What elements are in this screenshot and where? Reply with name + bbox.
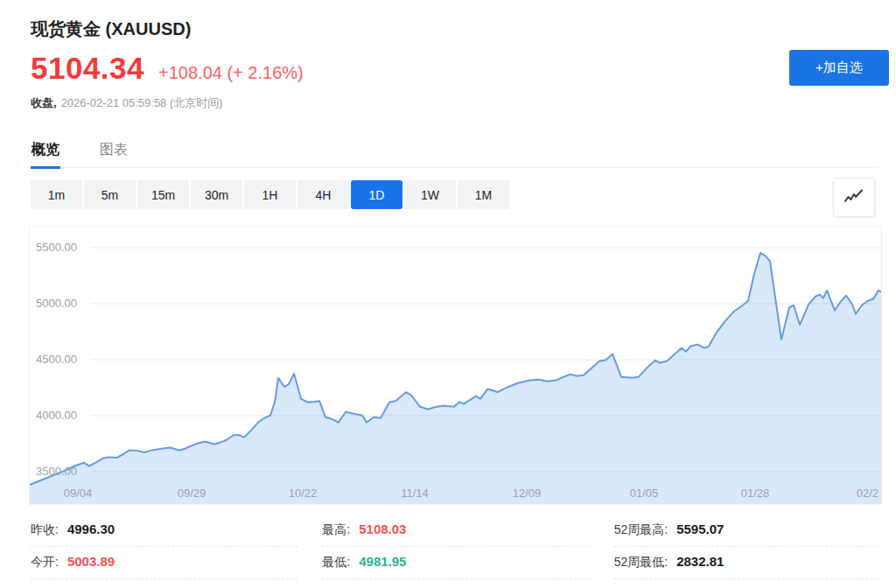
stat-value: 5003.89 — [67, 554, 115, 569]
price-change: +108.04 (+ 2.16%) — [158, 63, 304, 83]
stat-52wk-high: 52周最高:5595.07 — [614, 514, 881, 547]
stat-label: 最低: — [322, 555, 350, 570]
y-axis-label: 5500.00 — [36, 240, 77, 255]
range-button-1H[interactable]: 1H — [244, 180, 296, 209]
stat-high: 最高:5108.03 — [322, 514, 589, 547]
y-axis-label: 4500.00 — [36, 352, 77, 367]
price-row: 5104.34 +108.04 (+ 2.16%) — [31, 51, 304, 86]
stat-label: 今开: — [31, 555, 59, 570]
stat-prev-close: 昨收:4996.30 — [31, 514, 298, 547]
market-status-row: 收盘,2026-02-21 05:59:58 (北京时间) — [31, 96, 223, 110]
price-area-fill — [30, 253, 881, 504]
tab-chart[interactable]: 图表 — [99, 136, 129, 167]
stat-value: 5108.03 — [359, 522, 406, 536]
stat-value: 2832.81 — [676, 554, 724, 569]
range-button-1M[interactable]: 1M — [458, 180, 509, 209]
stat-low: 最低:4981.95 — [322, 547, 589, 579]
x-axis-label: 09/29 — [178, 486, 206, 500]
page-title: 现货黄金 (XAUUSD) — [31, 18, 191, 41]
stat-label: 52周最低: — [614, 555, 668, 570]
tab-overview[interactable]: 概览 — [31, 136, 60, 167]
x-axis-label: 01/05 — [630, 486, 659, 500]
x-axis-label: 10/22 — [289, 486, 318, 500]
range-button-30m[interactable]: 30m — [191, 180, 242, 209]
range-toolbar: 1m5m15m30m1H4H1D1W1M — [31, 180, 509, 209]
price-chart-canvas — [30, 227, 881, 504]
range-button-15m[interactable]: 15m — [137, 180, 189, 209]
stat-value: 5595.07 — [676, 522, 724, 536]
range-button-1m[interactable]: 1m — [31, 180, 82, 209]
x-axis-label: 11/14 — [401, 486, 429, 500]
y-axis-label: 3500.00 — [36, 464, 77, 479]
x-axis-label: 09/04 — [64, 486, 93, 500]
price-chart[interactable]: 5500.005000.004500.004000.003500.0009/04… — [29, 226, 882, 505]
market-status-label: 收盘, — [31, 96, 57, 109]
stat-open: 今开:5003.89 — [31, 547, 298, 579]
range-button-4H[interactable]: 4H — [298, 180, 349, 209]
stat-value: 4996.30 — [67, 522, 115, 536]
y-axis-label: 4000.00 — [36, 408, 77, 423]
x-axis-label: 02/2 — [857, 486, 878, 500]
range-button-1W[interactable]: 1W — [404, 180, 456, 209]
tabs: 概览图表 — [31, 136, 879, 168]
quote-page: 现货黄金 (XAUUSD) 5104.34 +108.04 (+ 2.16%) … — [0, 0, 896, 588]
chart-style-button[interactable] — [833, 178, 875, 217]
stat-52wk-low: 52周最低:2832.81 — [614, 547, 881, 579]
quote-timestamp: 2026-02-21 05:59:58 (北京时间) — [61, 96, 223, 109]
stat-label: 52周最高: — [614, 522, 668, 538]
stats-grid: 昨收:4996.30最高:5108.0352周最高:5595.07今开:5003… — [31, 514, 881, 579]
x-axis-label: 12/09 — [513, 486, 542, 500]
add-watchlist-button[interactable]: +加自选 — [789, 50, 889, 86]
range-button-1D[interactable]: 1D — [351, 180, 402, 209]
stat-label: 最高: — [322, 522, 350, 538]
x-axis-label: 01/28 — [741, 486, 770, 500]
y-axis-label: 5000.00 — [36, 296, 77, 311]
line-chart-icon — [844, 189, 864, 206]
range-button-5m[interactable]: 5m — [84, 180, 136, 209]
stat-label: 昨收: — [31, 522, 59, 538]
stat-value: 4981.95 — [359, 554, 406, 569]
last-price: 5104.34 — [31, 51, 144, 86]
